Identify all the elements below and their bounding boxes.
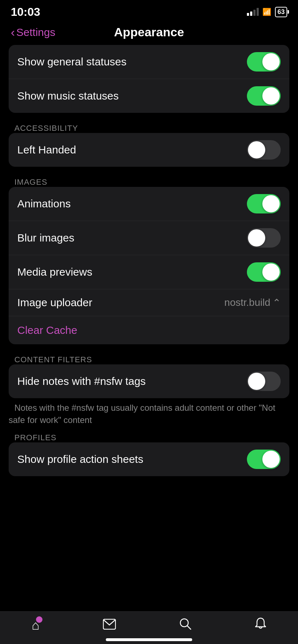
- search-icon: [179, 618, 191, 633]
- toggle-knob: [262, 263, 280, 281]
- toggle-knob: [248, 373, 265, 390]
- toggle-knob: [262, 53, 280, 70]
- tab-notifications[interactable]: [255, 617, 266, 633]
- images-group: Animations Blur images Media previews Im…: [9, 187, 289, 344]
- status-time: 10:03: [11, 5, 40, 19]
- left-handed-label: Left Handed: [17, 144, 76, 156]
- back-label: Settings: [16, 26, 55, 38]
- show-general-statuses-label: Show general statuses: [17, 56, 127, 68]
- settings-row: Media previews: [9, 255, 289, 289]
- settings-row: Hide notes with #nsfw tags: [9, 364, 289, 398]
- hide-nsfw-toggle[interactable]: [247, 372, 281, 391]
- back-button[interactable]: ‹ Settings: [11, 25, 55, 39]
- home-badge: [36, 616, 42, 623]
- tab-home[interactable]: ⌂: [32, 618, 40, 633]
- clear-cache-row[interactable]: Clear Cache: [9, 316, 289, 344]
- settings-row: Left Handed: [9, 133, 289, 167]
- toggle-knob: [262, 195, 280, 212]
- tab-bar: ⌂: [0, 611, 298, 644]
- animations-toggle[interactable]: [247, 194, 281, 213]
- page-title: Appearance: [114, 25, 184, 39]
- profiles-group: Show profile action sheets: [9, 442, 289, 476]
- toggle-knob: [248, 229, 265, 247]
- bell-icon: [255, 617, 266, 633]
- show-music-statuses-label: Show music statuses: [17, 90, 119, 102]
- animations-label: Animations: [17, 198, 71, 210]
- battery-indicator: 63: [275, 7, 287, 17]
- chevron-left-icon: ‹: [11, 25, 15, 39]
- profiles-section-label: PROFILES: [9, 427, 62, 445]
- mail-icon: [103, 618, 116, 632]
- images-section-label: IMAGES: [9, 172, 53, 189]
- image-uploader-row[interactable]: Image uploader nostr.build ⌃: [9, 289, 289, 316]
- blur-images-label: Blur images: [17, 232, 74, 244]
- statuses-group: Show general statuses Show music statuse…: [9, 45, 289, 113]
- settings-content: Show general statuses Show music statuse…: [0, 45, 298, 476]
- content-filters-section-label: CONTENT FILTERS: [9, 349, 98, 367]
- hide-nsfw-label: Hide notes with #nsfw tags: [17, 375, 146, 387]
- settings-row: Show music statuses: [9, 79, 289, 113]
- chevron-updown-icon: ⌃: [272, 297, 281, 309]
- wifi-icon: 📶: [262, 8, 271, 16]
- toggle-knob: [262, 451, 280, 468]
- status-icons: 📶 63: [247, 7, 287, 17]
- accessibility-group: Left Handed: [9, 133, 289, 167]
- home-indicator: [106, 638, 192, 641]
- tab-mail[interactable]: [103, 618, 116, 632]
- clear-cache-label: Clear Cache: [17, 324, 77, 336]
- settings-row: Blur images: [9, 221, 289, 255]
- show-profile-action-sheets-toggle[interactable]: [247, 450, 281, 469]
- settings-row: Animations: [9, 187, 289, 221]
- left-handed-toggle[interactable]: [247, 140, 281, 160]
- toggle-knob: [262, 87, 280, 105]
- show-music-statuses-toggle[interactable]: [247, 86, 281, 106]
- media-previews-label: Media previews: [17, 266, 92, 278]
- settings-row: Show profile action sheets: [9, 442, 289, 476]
- svg-line-2: [187, 626, 191, 629]
- accessibility-section-label: ACCESSIBILITY: [9, 118, 84, 135]
- show-general-statuses-toggle[interactable]: [247, 52, 281, 72]
- content-filters-group: Hide notes with #nsfw tags: [9, 364, 289, 398]
- toggle-knob: [248, 141, 265, 158]
- tab-search[interactable]: [179, 618, 191, 633]
- signal-icon: [247, 8, 259, 16]
- show-profile-action-sheets-label: Show profile action sheets: [17, 453, 143, 465]
- settings-row: Show general statuses: [9, 45, 289, 79]
- media-previews-toggle[interactable]: [247, 262, 281, 282]
- nav-bar: ‹ Settings Appearance: [0, 22, 298, 45]
- image-uploader-label: Image uploader: [17, 296, 92, 309]
- blur-images-toggle[interactable]: [247, 228, 281, 248]
- status-bar: 10:03 📶 63: [0, 0, 298, 22]
- image-uploader-value: nostr.build ⌃: [224, 297, 281, 309]
